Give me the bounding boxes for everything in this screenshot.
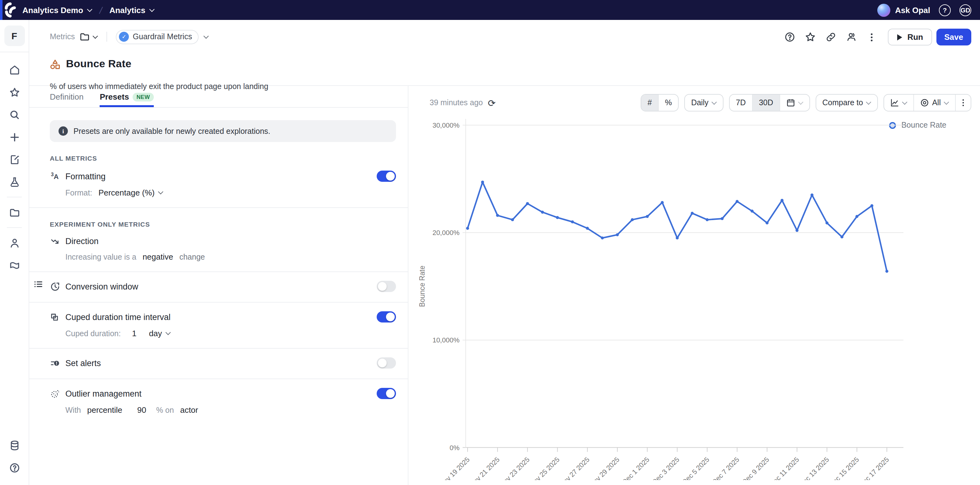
share-users-icon[interactable] (843, 29, 859, 45)
data-point[interactable] (751, 210, 754, 213)
direction-label: Direction (65, 237, 99, 246)
experiments-flask-icon[interactable] (3, 170, 25, 193)
data-point[interactable] (646, 215, 649, 218)
data-point[interactable] (780, 199, 784, 202)
outlier-on-label: % on (156, 405, 174, 414)
search-icon[interactable] (3, 103, 25, 126)
favorite-star-icon[interactable] (802, 29, 818, 45)
direction-suffix: change (179, 253, 205, 261)
info-banner: i Presets are only available for newly c… (50, 120, 396, 142)
data-sources-icon[interactable] (3, 434, 25, 456)
workspace-switcher[interactable]: Analytics Demo (22, 5, 92, 14)
copy-link-icon[interactable] (823, 29, 839, 45)
cuped-row: Cuped duration time interval (50, 302, 396, 323)
collection-pill[interactable]: ✓ Guardrail Metrics (116, 30, 199, 44)
data-point[interactable] (706, 218, 709, 221)
data-point[interactable] (526, 202, 529, 205)
outlier-toggle[interactable] (377, 388, 396, 399)
data-point[interactable] (856, 215, 859, 218)
save-button[interactable]: Save (936, 29, 971, 45)
data-point[interactable] (571, 220, 574, 224)
y-axis-title: Bounce Rate (418, 266, 426, 307)
outlier-method-select[interactable]: percentile (87, 405, 123, 415)
conversion-window-label: Conversion window (65, 282, 138, 291)
data-point[interactable] (466, 227, 469, 230)
panel-tabs: Definition Presets NEW (29, 86, 408, 108)
folders-icon[interactable] (3, 201, 25, 224)
data-point[interactable] (826, 221, 829, 224)
opal-orb-icon[interactable] (877, 3, 890, 16)
section-name: Analytics (109, 5, 145, 14)
workspace-avatar[interactable]: F (4, 25, 25, 46)
data-point[interactable] (885, 270, 888, 273)
info-icon: i (59, 126, 68, 136)
data-point[interactable] (631, 218, 634, 221)
outlier-label: Outlier management (65, 389, 142, 398)
guardrail-shield-icon: ✓ (119, 32, 129, 42)
outlier-entity-select[interactable]: actor (180, 405, 198, 415)
help-circle-icon[interactable] (3, 456, 25, 479)
favorites-star-icon[interactable] (3, 81, 25, 103)
flags-icon[interactable] (3, 254, 25, 277)
chevron-down-icon[interactable] (204, 33, 209, 38)
data-point[interactable] (721, 217, 724, 220)
help-button[interactable]: ? (939, 4, 951, 16)
data-point[interactable] (840, 235, 844, 239)
data-point[interactable] (811, 194, 814, 197)
outlier-value-input[interactable]: 90 (137, 405, 146, 415)
data-point[interactable] (765, 221, 768, 224)
data-point[interactable] (511, 218, 514, 221)
brand-logo-icon[interactable] (4, 2, 16, 18)
data-point[interactable] (691, 211, 694, 215)
more-options-icon[interactable] (864, 29, 880, 45)
workspace-name: Analytics Demo (22, 5, 83, 14)
conversion-window-toggle[interactable] (377, 281, 396, 292)
create-plus-icon[interactable] (3, 126, 25, 148)
bounce-rate-line-chart[interactable]: 30,000%20,000%10,000%0%Nov 19 2025Nov 21… (409, 94, 980, 480)
cuped-toggle[interactable] (377, 311, 396, 323)
data-point[interactable] (496, 214, 499, 217)
data-point[interactable] (541, 211, 544, 214)
help-circle-icon[interactable] (782, 29, 798, 45)
users-icon[interactable] (3, 232, 25, 254)
data-point[interactable] (481, 181, 484, 184)
direction-value-select[interactable]: negative (143, 252, 173, 261)
data-point[interactable] (795, 229, 799, 232)
x-tick-label: Dec 3 2025 (651, 455, 681, 480)
y-tick-label: 20,000% (433, 229, 460, 237)
data-point[interactable] (870, 204, 873, 207)
cuped-unit-select[interactable]: day (149, 329, 170, 338)
section-switcher[interactable]: Analytics (109, 5, 154, 14)
outlier-scatter-icon (50, 389, 60, 398)
cuped-duration-input[interactable]: 1 (132, 329, 136, 338)
data-point[interactable] (736, 200, 739, 203)
info-banner-text: Presets are only available for newly cre… (73, 127, 270, 135)
set-alerts-toggle[interactable] (377, 357, 396, 369)
data-point[interactable] (661, 201, 664, 204)
direction-prefix: Increasing value is a (65, 253, 136, 261)
explorations-icon[interactable] (3, 148, 25, 170)
run-button[interactable]: Run (888, 29, 932, 45)
breadcrumb-metrics[interactable]: Metrics (50, 32, 75, 41)
formatting-toggle[interactable] (377, 170, 396, 182)
formatting-row: 3A Formatting (50, 162, 396, 182)
chevron-down-icon (149, 6, 154, 12)
chart-line[interactable] (468, 182, 887, 272)
tab-presets[interactable]: Presets NEW (100, 92, 153, 107)
formatting-label: Formatting (65, 172, 105, 181)
panel-collapse-list-icon[interactable] (33, 280, 43, 289)
breadcrumb-slash: / (98, 5, 103, 15)
direction-row: Direction (50, 228, 396, 246)
data-point[interactable] (676, 237, 679, 240)
metric-header: Metrics ✓ Guardrail Metrics (29, 20, 980, 86)
data-point[interactable] (586, 227, 589, 230)
data-point[interactable] (616, 233, 619, 236)
home-icon[interactable] (3, 59, 25, 81)
data-point[interactable] (601, 237, 604, 240)
tab-definition[interactable]: Definition (50, 92, 83, 107)
data-point[interactable] (556, 216, 559, 219)
folder-selector[interactable] (80, 32, 98, 42)
ask-opal-button[interactable]: Ask Opal (895, 5, 930, 14)
avatar[interactable]: GD (959, 4, 971, 16)
format-select[interactable]: Percentage (%) (99, 188, 164, 197)
